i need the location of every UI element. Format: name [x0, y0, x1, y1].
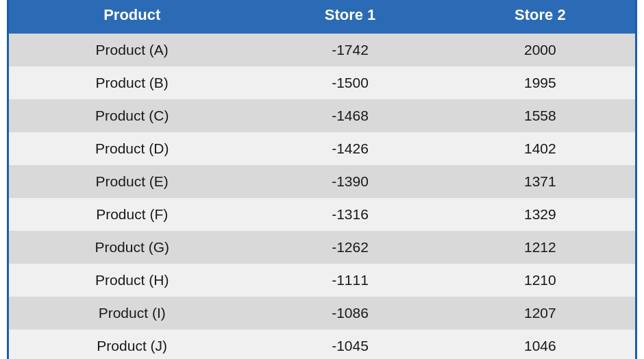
cell-product: Product (D)	[9, 132, 255, 165]
cell-store2: 1995	[445, 66, 635, 99]
cell-product: Product (J)	[9, 330, 255, 359]
table-row: Product (D)-14261402	[9, 132, 635, 165]
header-product: Product	[9, 0, 255, 34]
cell-product: Product (F)	[9, 198, 255, 231]
cell-product: Product (A)	[9, 34, 255, 66]
cell-store2: 1210	[445, 264, 635, 297]
data-table: Product Store 1 Store 2 Product (A)-1742…	[7, 0, 637, 359]
cell-product: Product (H)	[9, 264, 255, 297]
cell-store1: -1111	[255, 264, 445, 297]
cell-store2: 1329	[445, 198, 635, 231]
cell-store2: 1207	[445, 297, 635, 330]
cell-store1: -1390	[255, 165, 445, 198]
table-row: Product (J)-10451046	[9, 330, 635, 359]
cell-product: Product (B)	[9, 66, 255, 99]
table-row: Product (E)-13901371	[9, 165, 635, 198]
cell-store2: 2000	[445, 34, 635, 66]
cell-store1: -1742	[255, 34, 445, 66]
table-row: Product (B)-15001995	[9, 66, 635, 99]
cell-store1: -1045	[255, 330, 445, 359]
cell-product: Product (E)	[9, 165, 255, 198]
cell-store2: 1212	[445, 231, 635, 264]
cell-store2: 1371	[445, 165, 635, 198]
cell-store1: -1500	[255, 66, 445, 99]
cell-product: Product (I)	[9, 297, 255, 330]
table-row: Product (I)-10861207	[9, 297, 635, 330]
cell-store2: 1402	[445, 132, 635, 165]
table-row: Product (C)-14681558	[9, 99, 635, 132]
table-header-row: Product Store 1 Store 2	[9, 0, 635, 34]
cell-store1: -1426	[255, 132, 445, 165]
cell-store1: -1316	[255, 198, 445, 231]
table-row: Product (H)-11111210	[9, 264, 635, 297]
cell-product: Product (C)	[9, 99, 255, 132]
cell-store1: -1262	[255, 231, 445, 264]
header-store2: Store 2	[445, 0, 635, 34]
header-store1: Store 1	[255, 0, 445, 34]
cell-product: Product (G)	[9, 231, 255, 264]
cell-store2: 1046	[445, 330, 635, 359]
table-row: Product (G)-12621212	[9, 231, 635, 264]
cell-store1: -1086	[255, 297, 445, 330]
table-row: Product (A)-17422000	[9, 34, 635, 66]
cell-store2: 1558	[445, 99, 635, 132]
table-row: Product (F)-13161329	[9, 198, 635, 231]
cell-store1: -1468	[255, 99, 445, 132]
